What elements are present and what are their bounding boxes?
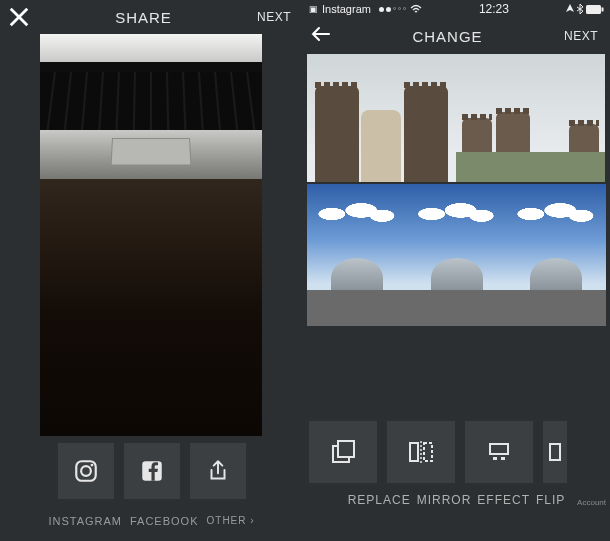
photo-thumb-2[interactable] xyxy=(456,54,605,182)
mirror-icon xyxy=(407,438,435,466)
next-button-left[interactable]: NEXT xyxy=(257,10,295,24)
flip-button[interactable] xyxy=(543,421,567,483)
photo-thumb-5[interactable] xyxy=(506,184,606,326)
facebook-icon xyxy=(139,458,165,484)
photo-thumb-1[interactable] xyxy=(307,54,456,182)
svg-point-2 xyxy=(90,464,93,467)
carrier-indicator: ▣ Instagram xyxy=(309,3,422,15)
svg-rect-11 xyxy=(493,457,497,460)
mirror-button[interactable] xyxy=(387,421,455,483)
instagram-share-button[interactable] xyxy=(58,443,114,499)
status-bar: ▣ Instagram 12:23 xyxy=(303,0,610,18)
facebook-label: FACEBOOK xyxy=(130,515,199,527)
next-button-right[interactable]: NEXT xyxy=(564,29,602,43)
instagram-label: INSTAGRAM xyxy=(48,515,122,527)
svg-rect-13 xyxy=(550,444,560,460)
effect-icon xyxy=(485,438,513,466)
back-arrow-icon xyxy=(311,26,331,42)
change-header: CHANGE NEXT xyxy=(303,18,610,54)
svg-rect-10 xyxy=(490,444,508,454)
status-time: 12:23 xyxy=(422,2,566,16)
photo-grid xyxy=(303,54,610,326)
svg-rect-4 xyxy=(586,5,601,14)
flip-icon xyxy=(543,438,567,466)
signal-dots-icon xyxy=(379,7,406,12)
bluetooth-icon xyxy=(577,4,583,14)
battery-icon xyxy=(586,5,604,14)
share-buttons-row xyxy=(0,443,303,499)
photo-thumb-3[interactable] xyxy=(307,184,407,326)
share-title: SHARE xyxy=(30,9,257,26)
share-labels-row: INSTAGRAM FACEBOOK OTHER › xyxy=(0,515,303,527)
effect-button[interactable] xyxy=(465,421,533,483)
svg-rect-8 xyxy=(410,443,418,461)
svg-point-1 xyxy=(81,466,91,476)
tools-labels-row: REPLACE MIRROR EFFECT FLIP xyxy=(303,493,610,507)
carrier-box-icon: ▣ xyxy=(309,4,318,14)
photo-thumb-4[interactable] xyxy=(407,184,507,326)
carrier-name: Instagram xyxy=(322,3,371,15)
share-header: SHARE NEXT xyxy=(0,0,303,34)
svg-rect-7 xyxy=(338,441,354,457)
tools-row xyxy=(303,421,610,483)
other-share-button[interactable] xyxy=(190,443,246,499)
change-title: CHANGE xyxy=(331,28,564,45)
share-screen: SHARE NEXT I xyxy=(0,0,303,541)
wifi-icon xyxy=(410,4,422,14)
location-icon xyxy=(566,4,574,14)
other-label: OTHER › xyxy=(207,515,255,527)
close-button[interactable] xyxy=(8,6,30,28)
mirror-label: MIRROR xyxy=(417,493,472,507)
effect-label: EFFECT xyxy=(477,493,530,507)
svg-rect-5 xyxy=(602,7,604,11)
facebook-share-button[interactable] xyxy=(124,443,180,499)
replace-label: REPLACE xyxy=(348,493,411,507)
svg-rect-9 xyxy=(424,443,432,461)
share-icon xyxy=(205,458,231,484)
change-screen: ▣ Instagram 12:23 CHANGE NEXT xyxy=(303,0,610,541)
svg-rect-12 xyxy=(501,457,505,460)
status-right-icons xyxy=(566,4,604,14)
account-label: Account xyxy=(577,498,606,507)
replace-button[interactable] xyxy=(309,421,377,483)
share-preview-image xyxy=(40,34,262,436)
back-button[interactable] xyxy=(311,26,331,47)
replace-icon xyxy=(329,438,357,466)
instagram-icon xyxy=(73,458,99,484)
close-icon xyxy=(8,6,30,28)
flip-label: FLIP xyxy=(536,493,565,507)
